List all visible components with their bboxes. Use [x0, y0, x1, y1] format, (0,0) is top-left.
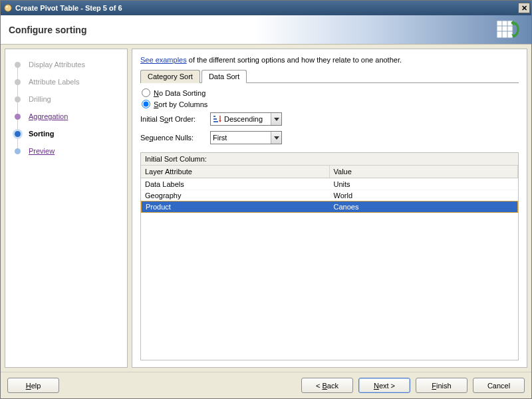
sort-column-group: Initial Sort Column: Layer Attribute Val… [140, 152, 519, 360]
sort-column-title: Initial Sort Column: [141, 153, 518, 166]
tab-category-sort[interactable]: Category Sort [140, 70, 200, 83]
svg-marker-14 [274, 118, 279, 121]
tabs: Category Sort Data Sort [140, 69, 519, 83]
wizard-window: Create Pivot Table - Step 5 of 6 ✕ Confi… [0, 0, 532, 399]
sort-descending-icon [213, 114, 222, 124]
radio-no-sort-label[interactable]: No Data Sorting [154, 89, 205, 97]
seq-nulls-row: Sequence Nulls: First [140, 131, 519, 144]
table-row[interactable]: Product Canoes [141, 201, 518, 213]
back-button[interactable]: < Back [301, 378, 353, 393]
next-button[interactable]: Next > [358, 378, 410, 393]
sort-order-label: Initial Sort Order: [140, 115, 210, 123]
chevron-down-icon [271, 132, 281, 144]
content-body: Display Attributes Attribute Labels Dril… [1, 45, 531, 372]
titlebar: Create Pivot Table - Step 5 of 6 ✕ [1, 1, 531, 15]
banner-heading: Configure sorting [9, 25, 86, 35]
step-sorting: Sorting [9, 125, 123, 142]
step-drilling: Drilling [9, 90, 123, 108]
col-header-value[interactable]: Value [330, 166, 519, 178]
step-preview[interactable]: Preview [9, 142, 123, 160]
finish-button[interactable]: Finish [416, 378, 467, 393]
grid-header: Layer Attribute Value [141, 166, 518, 178]
table-row[interactable]: Geography World [141, 190, 518, 201]
sort-order-combo[interactable]: Descending [210, 112, 282, 126]
step-display-attributes: Display Attributes [9, 56, 123, 73]
radio-by-columns[interactable] [142, 100, 150, 108]
chevron-down-icon [271, 113, 281, 125]
cancel-button[interactable]: Cancel [473, 378, 525, 393]
main-panel: See examples of the different sorting op… [132, 49, 527, 368]
help-button[interactable]: Help [7, 378, 59, 393]
grid-body: Data Labels Units Geography World Produc… [141, 178, 518, 360]
sort-order-value: Descending [224, 115, 271, 123]
window-title: Create Pivot Table - Step 5 of 6 [15, 4, 518, 12]
svg-rect-2 [497, 21, 513, 38]
col-header-attribute[interactable]: Layer Attribute [141, 166, 330, 178]
svg-point-0 [5, 5, 12, 12]
seq-nulls-combo[interactable]: First [210, 131, 282, 144]
seq-nulls-value: First [213, 134, 271, 142]
app-icon [3, 3, 13, 13]
table-row[interactable]: Data Labels Units [141, 178, 518, 190]
step-aggregation[interactable]: Aggregation [9, 108, 123, 125]
svg-point-1 [6, 6, 7, 7]
radio-by-columns-label[interactable]: Sort by Columns [154, 100, 207, 108]
svg-rect-9 [213, 116, 215, 117]
svg-marker-15 [274, 136, 279, 140]
hint-text: See examples of the different sorting op… [140, 56, 519, 64]
banner: Configure sorting [1, 15, 531, 45]
svg-rect-10 [213, 118, 217, 120]
radio-by-columns-row: Sort by Columns [140, 100, 519, 108]
radio-no-sort-row: No Data Sorting [140, 88, 519, 97]
svg-marker-13 [219, 120, 221, 122]
step-list: Display Attributes Attribute Labels Dril… [9, 56, 123, 160]
see-examples-link[interactable]: See examples [140, 56, 187, 64]
seq-nulls-label: Sequence Nulls: [140, 134, 210, 142]
sort-order-row: Initial Sort Order: Descending [140, 112, 519, 126]
step-attribute-labels: Attribute Labels [9, 73, 123, 90]
footer: Help < Back Next > Finish Cancel [1, 372, 531, 398]
sidebar: Display Attributes Attribute Labels Dril… [5, 49, 128, 368]
tab-data-sort[interactable]: Data Sort [201, 70, 247, 83]
close-button[interactable]: ✕ [518, 3, 530, 13]
radio-no-sort[interactable] [142, 88, 150, 97]
svg-rect-11 [213, 121, 218, 122]
pivot-icon [494, 18, 523, 42]
